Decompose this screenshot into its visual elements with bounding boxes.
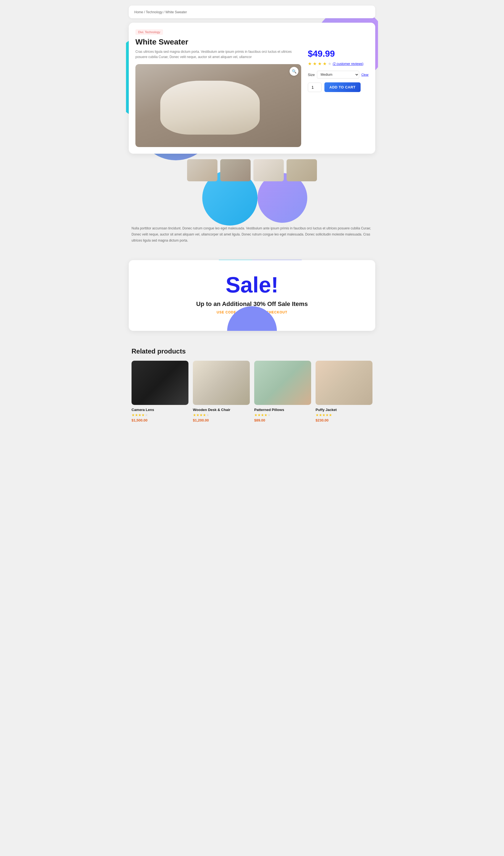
star-2: ★ bbox=[313, 61, 317, 66]
thumbnail-3[interactable] bbox=[253, 159, 284, 181]
related-product-puffy-jacket[interactable]: Puffy Jacket ★ ★ ★ ★ ★ $230.00 bbox=[316, 361, 373, 422]
products-grid: Camera Lens ★ ★ ★ ★ ★ $1,500.00 Wooden D… bbox=[131, 361, 373, 422]
sale-blob-bottom bbox=[227, 306, 277, 331]
product-image-wrapper: 🔍 bbox=[136, 64, 301, 147]
zoom-icon-symbol: 🔍 bbox=[292, 69, 296, 73]
thumb-img-4 bbox=[287, 159, 317, 181]
product-item-image-2 bbox=[193, 361, 250, 405]
breadcrumb: Home / Technology / White Sweater bbox=[129, 5, 375, 18]
blob-bottom-decoration bbox=[129, 181, 375, 214]
thumb-img-3 bbox=[253, 159, 284, 181]
product-item-stars-3: ★ ★ ★ ★ ★ bbox=[254, 413, 311, 417]
description-body: Nulla porttitor accumsan tincidunt. Done… bbox=[131, 226, 373, 244]
product-price: $49.99 bbox=[308, 49, 368, 59]
category-tag: Divi. Technology bbox=[136, 29, 163, 35]
product-item-stars-4: ★ ★ ★ ★ ★ bbox=[316, 413, 373, 417]
product-item-image-3 bbox=[254, 361, 311, 405]
related-product-pillows[interactable]: Patterned Pillows ★ ★ ★ ★ ★ $89.00 bbox=[254, 361, 311, 422]
product-item-price-1: $1,500.00 bbox=[131, 418, 188, 422]
thumbnail-2[interactable] bbox=[220, 159, 251, 181]
breadcrumb-text: Home / Technology / White Sweater bbox=[134, 10, 187, 14]
product-item-name-2: Wooden Desk & Chair bbox=[193, 408, 250, 412]
product-item-image-4 bbox=[316, 361, 373, 405]
size-row: Size Small Medium Large XL Clear bbox=[308, 71, 368, 78]
description-section: Nulla porttitor accumsan tincidunt. Done… bbox=[129, 214, 375, 249]
related-product-wooden-desk[interactable]: Wooden Desk & Chair ★ ★ ★ ★ ★ $1,200.00 bbox=[193, 361, 250, 422]
quantity-input[interactable] bbox=[308, 83, 322, 92]
product-item-stars-2: ★ ★ ★ ★ ★ bbox=[193, 413, 250, 417]
thumbnail-strip bbox=[129, 159, 375, 181]
star-5-empty: ★ bbox=[328, 61, 331, 66]
product-main-image bbox=[136, 64, 301, 147]
product-item-name-4: Puffy Jacket bbox=[316, 408, 373, 412]
thumb-img-1 bbox=[187, 159, 217, 181]
product-item-price-4: $230.00 bbox=[316, 418, 373, 422]
thumbnail-1[interactable] bbox=[187, 159, 217, 181]
star-4: ★ bbox=[323, 61, 327, 66]
sale-section: Sale! Up to an Additional 30% Off Sale I… bbox=[129, 260, 375, 331]
stars-row: ★ ★ ★ ★ ★ (2 customer reviews) bbox=[308, 61, 368, 66]
product-item-price-2: $1,200.00 bbox=[193, 418, 250, 422]
product-description: Cras ultrices ligula sed magna dictum po… bbox=[136, 49, 301, 60]
product-layout: White Sweater Cras ultrices ligula sed m… bbox=[136, 38, 368, 147]
product-item-stars-1: ★ ★ ★ ★ ★ bbox=[131, 413, 188, 417]
related-section: Related products Camera Lens ★ ★ ★ ★ ★ $… bbox=[129, 342, 375, 428]
related-product-camera-lens[interactable]: Camera Lens ★ ★ ★ ★ ★ $1,500.00 bbox=[131, 361, 188, 422]
related-title: Related products bbox=[131, 347, 373, 355]
thumbnail-4[interactable] bbox=[287, 159, 317, 181]
thumb-img-2 bbox=[220, 159, 251, 181]
size-label: Size bbox=[308, 73, 315, 77]
clear-size-link[interactable]: Clear bbox=[361, 73, 368, 76]
product-card: Divi. Technology White Sweater Cras ultr… bbox=[129, 23, 375, 154]
cart-row: ADD TO CART bbox=[308, 82, 368, 92]
product-left: White Sweater Cras ultrices ligula sed m… bbox=[136, 38, 301, 147]
product-item-price-3: $89.00 bbox=[254, 418, 311, 422]
sale-card: Sale! Up to an Additional 30% Off Sale I… bbox=[129, 260, 375, 331]
product-item-image-1 bbox=[131, 361, 188, 405]
product-right: $49.99 ★ ★ ★ ★ ★ (2 customer reviews) Si… bbox=[308, 38, 368, 92]
review-count[interactable]: (2 customer reviews) bbox=[333, 62, 363, 66]
size-select[interactable]: Small Medium Large XL bbox=[317, 71, 359, 78]
product-item-name-3: Patterned Pillows bbox=[254, 408, 311, 412]
star-1: ★ bbox=[308, 61, 312, 66]
star-3: ★ bbox=[318, 61, 322, 66]
sale-title: Sale! bbox=[137, 274, 367, 296]
product-title: White Sweater bbox=[136, 38, 301, 47]
product-item-name-1: Camera Lens bbox=[131, 408, 188, 412]
sweater-figure bbox=[136, 64, 301, 147]
add-to-cart-button[interactable]: ADD TO CART bbox=[324, 82, 361, 92]
